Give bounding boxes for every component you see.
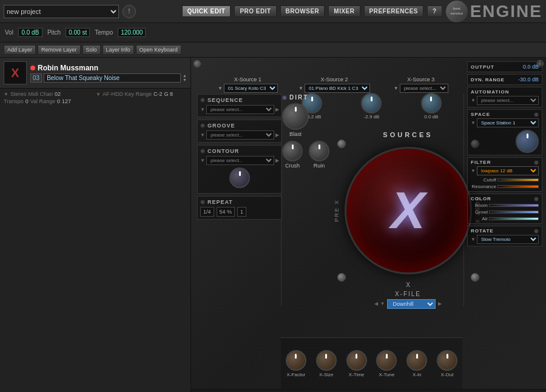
instrument-row: X Robin Mussmann 03 ▲ ▼ bbox=[0, 58, 190, 89]
x-factor-label: X-Factor bbox=[287, 372, 306, 377]
transpose-label: Transpo bbox=[4, 98, 24, 104]
growl-row: Growl bbox=[471, 209, 539, 215]
x-out-knob[interactable] bbox=[437, 350, 457, 371]
add-layer-btn[interactable]: Add Layer bbox=[4, 45, 36, 55]
open-keyboard-btn[interactable]: Open Keyboard bbox=[136, 45, 181, 55]
sources-main-label: SOURCES bbox=[383, 131, 433, 138]
instrument-details: ▼ Stereo Midi Chan 02 ▼ AF-HDD Key Range… bbox=[0, 89, 190, 107]
x-file-arrow-l[interactable]: ◀ bbox=[374, 301, 378, 306]
x-in-knob[interactable] bbox=[406, 350, 427, 371]
source2-arrow[interactable]: ▼ bbox=[298, 86, 303, 91]
space-header: SPACE bbox=[471, 112, 539, 117]
orb-corner-tl bbox=[337, 140, 346, 148]
x-size-knob[interactable] bbox=[316, 350, 337, 371]
source3-group: X-Source 3 ▼ please select... bbox=[377, 76, 464, 93]
x-factor-knob[interactable] bbox=[286, 350, 306, 371]
seq-arrow2[interactable]: ▶ bbox=[275, 107, 279, 112]
x-file-arrow-r[interactable]: ▶ bbox=[438, 301, 442, 306]
blast-knob[interactable] bbox=[282, 103, 309, 130]
preset-down-arrow[interactable]: ▼ bbox=[183, 78, 187, 82]
resonance-slider[interactable] bbox=[497, 185, 539, 188]
automation-select[interactable]: please select... bbox=[477, 96, 539, 105]
x-time-knob[interactable] bbox=[346, 350, 367, 371]
groove-light bbox=[200, 123, 205, 128]
output-section: OUTPUT 0.0 dB bbox=[467, 61, 542, 72]
xin-knob-group: X-In bbox=[406, 350, 427, 377]
transpose-row: Transpo 0 Val Range 0 127 bbox=[4, 98, 95, 104]
xfactor-knob-group: X-Factor bbox=[286, 350, 306, 377]
powered-by: powered by /// MAGIX bbox=[0, 388, 190, 392]
project-select[interactable]: new project bbox=[4, 5, 119, 18]
crush-knob[interactable] bbox=[282, 141, 303, 161]
dynrange-row: DYN. RANGE -30.0 dB bbox=[471, 76, 539, 83]
sync-bar: ◉ SYNC REVERSE ◉ bbox=[191, 389, 546, 392]
remove-layer-btn[interactable]: Remove Layer bbox=[38, 45, 81, 55]
left-panel: X Robin Mussmann 03 ▲ ▼ bbox=[0, 58, 191, 392]
contour-arrow2[interactable]: ▶ bbox=[275, 158, 279, 163]
ruin-knob[interactable] bbox=[309, 141, 329, 161]
stereo-row: ▼ Stereo Midi Chan 02 bbox=[4, 91, 95, 97]
x-time-label: X-Time bbox=[349, 372, 364, 377]
boom-slider[interactable] bbox=[489, 204, 539, 207]
groove-select[interactable]: please select... bbox=[206, 130, 274, 140]
pro-edit-btn[interactable]: PRO EDIT bbox=[234, 5, 276, 17]
filter-section: FILTER ▼ lowpass 12 dB Cutoff Re bbox=[467, 157, 542, 192]
crush-knob-group: Crush bbox=[282, 141, 303, 169]
space-knob-area bbox=[471, 130, 539, 153]
x-in-label: X-In bbox=[413, 372, 422, 377]
groove-arrow[interactable]: ▼ bbox=[200, 132, 205, 138]
space-arrow[interactable]: ▼ bbox=[471, 120, 476, 126]
vol-value[interactable]: 0.0 dB bbox=[18, 28, 42, 37]
source3-arrow[interactable]: ▼ bbox=[394, 86, 399, 91]
pitch-value[interactable]: 0.00 st bbox=[66, 28, 90, 37]
browser-btn[interactable]: BROWSER bbox=[280, 5, 325, 17]
tempo-value[interactable]: 120.000 bbox=[118, 28, 146, 37]
growl-slider[interactable] bbox=[489, 211, 539, 214]
x-file-arrow-d[interactable]: ▼ bbox=[380, 301, 385, 306]
preset-up-arrow[interactable]: ▲ bbox=[183, 73, 187, 78]
x-orb[interactable]: X bbox=[345, 147, 472, 274]
x-tune-knob[interactable] bbox=[376, 350, 397, 371]
contour-select[interactable]: please select... bbox=[206, 156, 274, 165]
preset-arrows[interactable]: ▲ ▼ bbox=[183, 73, 187, 82]
source1-label: X-Source 1 bbox=[234, 76, 261, 83]
alert-icon-btn[interactable]: ! bbox=[123, 5, 136, 18]
auto-arrow[interactable]: ▼ bbox=[471, 98, 476, 103]
xout-knob-group: X-Out bbox=[437, 350, 457, 377]
preset-name-input[interactable] bbox=[44, 73, 181, 83]
quick-edit-btn[interactable]: QUICK EDIT bbox=[182, 5, 231, 17]
space-select[interactable]: Space Station 1 bbox=[477, 118, 539, 127]
instrument-name: Robin Mussmann bbox=[38, 64, 98, 72]
help-btn[interactable]: ? bbox=[427, 5, 442, 17]
source1-select[interactable]: 01 Scary Koto C3 bbox=[224, 84, 278, 93]
cutoff-slider[interactable] bbox=[497, 178, 539, 181]
rotate-arrow[interactable]: ▼ bbox=[471, 237, 476, 242]
layer-info-btn[interactable]: Layer Info bbox=[103, 45, 134, 55]
x-tune-label: X-Tune bbox=[379, 372, 394, 377]
contour-knob-group bbox=[200, 165, 279, 191]
output-label: OUTPUT bbox=[471, 64, 494, 70]
air-slider[interactable] bbox=[489, 217, 539, 220]
rotate-select[interactable]: Slow Tremolo bbox=[477, 235, 539, 244]
filter-arrow[interactable]: ▼ bbox=[471, 168, 476, 174]
filter-light bbox=[534, 160, 539, 165]
resonance-row: Resonance bbox=[471, 184, 539, 189]
mixer-btn[interactable]: MIXER bbox=[328, 5, 360, 17]
filter-select[interactable]: lowpass 12 dB bbox=[477, 166, 539, 175]
seq-arrow[interactable]: ▼ bbox=[200, 107, 205, 112]
x-file-select-row: ◀ ▼ Downhill ▶ bbox=[374, 299, 442, 309]
contour-arrow[interactable]: ▼ bbox=[200, 158, 205, 163]
groove-arrow2[interactable]: ▶ bbox=[275, 132, 279, 138]
space-knob[interactable] bbox=[516, 130, 539, 153]
source1-arrow[interactable]: ▼ bbox=[218, 86, 223, 91]
solo-btn[interactable]: Solo bbox=[83, 45, 101, 55]
filter-label: FILTER bbox=[471, 160, 491, 165]
sequence-label: SEQUENCE bbox=[207, 97, 243, 103]
cutoff-label: Cutoff bbox=[471, 177, 496, 183]
x-file-select[interactable]: Downhill bbox=[387, 299, 436, 309]
preset-number: 03 bbox=[30, 73, 42, 83]
sequence-select[interactable]: please select... bbox=[206, 105, 274, 114]
preferences-btn[interactable]: PREFERENCES bbox=[364, 5, 424, 17]
resonance-label: Resonance bbox=[471, 184, 496, 189]
contour-knob[interactable] bbox=[229, 167, 250, 188]
